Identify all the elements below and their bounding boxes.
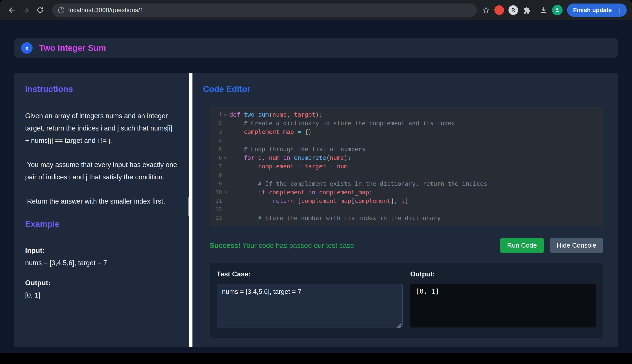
example-input-label: Input: [25, 246, 178, 254]
scrollbar-thumb[interactable] [188, 197, 189, 216]
toolbar-right: R Finish update ⋮ [482, 4, 627, 17]
line-number: 5 [210, 146, 222, 152]
reload-button[interactable] [34, 4, 47, 17]
code-line[interactable]: 1def two_sum(nums, target): [210, 110, 603, 119]
code-line[interactable]: 3 complement_map = {} [210, 128, 603, 136]
code-line-text: def two_sum(nums, target): [229, 111, 323, 118]
downloads-button[interactable] [540, 6, 548, 14]
fold-chevron-icon[interactable] [222, 113, 229, 116]
instructions-panel: Instructions Given an array of integers … [14, 72, 189, 347]
main-split: Instructions Given an array of integers … [14, 72, 618, 347]
browser-window: i localhost:3000/questions/1 R Finish up… [0, 0, 632, 364]
address-bar[interactable]: i localhost:3000/questions/1 [52, 4, 477, 17]
code-editor-heading: Code Editor [203, 84, 608, 94]
line-number: 3 [210, 128, 222, 135]
browser-toolbar: i localhost:3000/questions/1 R Finish up… [0, 0, 632, 20]
star-icon [482, 6, 490, 14]
line-number: 9 [210, 180, 222, 187]
line-number: 8 [210, 172, 222, 178]
profile-avatar[interactable] [552, 5, 563, 16]
test-case-label: Test Case: [217, 270, 403, 278]
site-info-icon[interactable]: i [58, 7, 64, 13]
example-output-value: [0, 1] [25, 290, 178, 300]
fold-chevron-icon[interactable] [222, 156, 229, 159]
window-bottom-strip [0, 353, 632, 364]
url-text: localhost:3000/questions/1 [68, 6, 144, 14]
instruction-paragraph: You may assume that every input has exac… [25, 159, 178, 183]
test-case-column: Test Case: nums = [3,4,5,6], target = 7 [217, 270, 403, 330]
code-line-text: # Store the number with its index in the… [229, 214, 441, 222]
example-input-value: nums = [3,4,5,6], target = 7 [25, 258, 178, 268]
code-editor-panel: Code Editor 1def two_sum(nums, target):2… [193, 72, 618, 347]
code-line[interactable]: 4 [210, 136, 603, 145]
instruction-paragraph: Return the answer with the smaller index… [25, 195, 178, 208]
instruction-paragraph: Given an array of integers nums and an i… [25, 110, 178, 147]
console-panel: Test Case: nums = [3,4,5,6], target = 7 … [210, 263, 603, 338]
code-line-text: for i, num in enumerate(nums): [229, 154, 351, 161]
finish-update-label: Finish update [573, 7, 612, 14]
status-message: Success! Your code has passed our test c… [210, 242, 354, 250]
code-line[interactable]: 13 # Store the number with its index in … [210, 214, 603, 222]
code-line-text: return [complement_map[complement], i] [229, 198, 408, 204]
code-line[interactable]: 7 complement = target - num [210, 162, 603, 170]
result-row: Success! Your code has passed our test c… [210, 238, 603, 253]
code-line[interactable]: 11 return [complement_map[complement], i… [210, 196, 603, 205]
example-output-label: Output: [25, 279, 178, 287]
output-label: Output: [410, 270, 596, 278]
hide-console-button[interactable]: Hide Console [550, 238, 603, 253]
example-heading: Example [25, 220, 178, 229]
question-title: Two Integer Sum [39, 43, 106, 53]
run-code-button[interactable]: Run Code [500, 238, 544, 253]
code-editor[interactable]: 1def two_sum(nums, target):2 # Create a … [210, 107, 603, 226]
code-line-text: # Loop through the list of numbers [229, 146, 366, 152]
code-line[interactable]: 5 # Loop through the list of numbers [210, 145, 603, 154]
line-number: 7 [210, 163, 222, 170]
line-number: 2 [210, 120, 222, 126]
code-line-text: if complement in complement_map: [229, 189, 373, 196]
code-line[interactable]: 6 for i, num in enumerate(nums): [210, 154, 603, 162]
kebab-menu-icon[interactable]: ⋮ [615, 7, 623, 13]
action-buttons: Run Code Hide Console [500, 238, 603, 253]
toolbar-separator [535, 6, 535, 14]
line-number: 4 [210, 137, 222, 144]
line-number: 10 [210, 189, 222, 196]
test-case-wrap: nums = [3,4,5,6], target = 7 [217, 284, 403, 330]
download-icon [540, 6, 548, 14]
code-line-text: # If the complement exists in the dictio… [229, 180, 487, 187]
code-line[interactable]: 12 [210, 205, 603, 214]
code-lines: 1def two_sum(nums, target):2 # Create a … [210, 110, 603, 222]
reload-icon [36, 6, 44, 14]
status-success-label: Success! [210, 242, 241, 249]
extension-avatar[interactable]: R [508, 5, 518, 15]
forward-arrow-icon [22, 6, 30, 14]
output-column: Output: [0, 1] [410, 270, 596, 330]
code-line[interactable]: 10 if complement in complement_map: [210, 188, 603, 196]
code-line-text: # Create a dictionary to store the compl… [229, 120, 455, 126]
back-arrow-icon [8, 6, 16, 14]
resize-grip-icon[interactable] [397, 324, 401, 328]
page-content: x Two Integer Sum Instructions Given an … [0, 20, 632, 353]
bookmark-star-button[interactable] [482, 6, 490, 14]
question-badge-icon: x [21, 42, 33, 54]
extensions-puzzle-button[interactable] [522, 6, 530, 14]
test-case-input[interactable]: nums = [3,4,5,6], target = 7 [217, 284, 403, 328]
code-line[interactable]: 9 # If the complement exists in the dict… [210, 179, 603, 188]
extension-icon-red[interactable] [494, 5, 504, 15]
forward-button[interactable] [19, 4, 33, 17]
back-button[interactable] [5, 4, 19, 17]
code-line-text: complement = target - num [229, 163, 348, 170]
finish-update-button[interactable]: Finish update ⋮ [567, 4, 627, 17]
line-number: 11 [210, 198, 222, 204]
person-icon [554, 6, 561, 14]
panel-resize-divider[interactable] [189, 72, 193, 347]
fold-chevron-icon[interactable] [222, 191, 229, 194]
puzzle-icon [522, 6, 530, 14]
code-line-text: complement_map = {} [229, 128, 312, 135]
line-number: 1 [210, 111, 222, 118]
code-line[interactable]: 8 [210, 170, 603, 179]
console-output: [0, 1] [410, 284, 596, 328]
code-line[interactable]: 2 # Create a dictionary to store the com… [210, 119, 603, 128]
instructions-heading: Instructions [25, 84, 178, 94]
status-detail: Your code has passed our test case [241, 242, 354, 249]
line-number: 13 [210, 215, 222, 221]
